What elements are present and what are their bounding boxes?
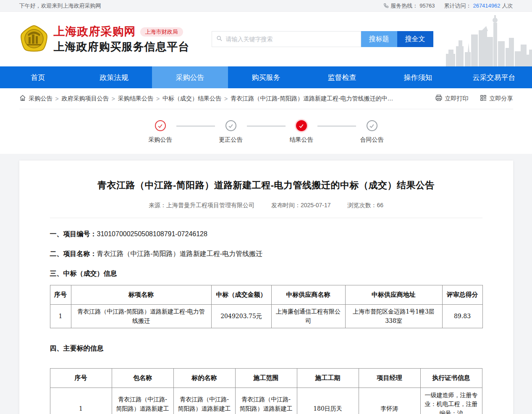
- share-label: 立即分享: [490, 95, 513, 103]
- project-name-label: 二、项目名称：: [50, 250, 97, 257]
- col-project-manager: 项目经理: [359, 369, 420, 388]
- breadcrumb-separator: >: [112, 95, 115, 102]
- phone-icon: [383, 3, 389, 9]
- project-name-value: 青衣江路（中江路-简阳路）道路新建工程-电力管线搬迁: [97, 250, 263, 257]
- views-value: 66: [377, 202, 383, 208]
- col-supplier-address: 中标供应商地址: [345, 285, 442, 305]
- cell-lot-name: 青衣江路（中江路-简阳路）道路新建工程-电力管线搬迁: [71, 305, 211, 328]
- nav-item-procurement-announcements[interactable]: 采购公告: [152, 66, 228, 88]
- print-label: 立即打印: [445, 95, 469, 103]
- step-result-announcement: 结果公告: [286, 120, 317, 144]
- top-utility-bar: 下午好，欢迎来到上海政府采购网 服务热线： 95763 累计访问： 267414…: [0, 0, 532, 12]
- cell-seq: 1: [50, 305, 71, 328]
- authority-badge: 上海市财政局: [140, 27, 183, 37]
- col-construction-scope: 施工范围: [235, 369, 297, 388]
- hotline-label: 服务热线：: [390, 2, 418, 10]
- cell-certificate-info: 一级建造师，注册专业：机电工程，注册编号：沪1412019202002742: [420, 388, 482, 414]
- cell-construction-scope: 青衣江路（中江路-简阳路）道路新建工程-电力管线搬迁: [235, 388, 297, 414]
- nav-item-home[interactable]: 首页: [0, 66, 76, 88]
- cell-seq: 1: [50, 388, 112, 414]
- award-info-heading: 三、中标（成交）信息: [50, 269, 482, 278]
- announcement-card: 青衣江路（中江路-简阳路）道路新建工程-电力管线搬迁的中标（成交）结果公告 来源…: [19, 161, 513, 414]
- visits-count-link[interactable]: 267414962: [473, 3, 500, 9]
- visits-unit: 人次: [502, 2, 513, 10]
- award-result-table: 序号 标项名称 中标（成交金额） 中标供应商名称 中标供应商地址 评审总得分 1…: [50, 285, 483, 328]
- nav-item-supervision[interactable]: 监督检查: [304, 66, 380, 88]
- search-input[interactable]: [226, 36, 356, 42]
- breadcrumb-separator: >: [156, 95, 160, 102]
- cell-supplier-address: 上海市普陀区金迈路1号1幢3层338室: [345, 305, 442, 328]
- step-connector: [317, 126, 356, 127]
- breadcrumb-bar: 采购公告 > 政府采购项目公告 > 采购结果公告 > 中标（成交）结果公告 > …: [0, 88, 532, 109]
- share-button[interactable]: 立即分享: [480, 94, 513, 103]
- article-meta: 来源：上海普曼升工程项目管理有限公司 发布时间：2025-07-17 浏览次数：…: [19, 202, 513, 209]
- publish-date-value: 2025-07-17: [301, 202, 331, 208]
- site-header: 上海政府采购网 上海市财政局 上海政府购买服务信息平台 搜标题 搜全文: [0, 12, 532, 66]
- col-lot-name: 标项名称: [71, 285, 211, 305]
- source-label: 来源：: [149, 202, 166, 208]
- main-subject-table: 序号 包名称 标的名称 施工范围 施工工期 项目经理 执行证书信息 1 青衣江路…: [50, 368, 482, 414]
- col-seq: 序号: [50, 285, 71, 305]
- publish-date-label: 发布时间：: [271, 202, 301, 208]
- step-correction-announcement: 更正公告: [215, 120, 247, 144]
- breadcrumb-separator: >: [224, 95, 228, 102]
- col-seq: 序号: [50, 369, 112, 388]
- cell-award-amount: 2049203.75元: [211, 305, 271, 328]
- check-circle-icon: [225, 120, 236, 131]
- col-package-name: 包名称: [112, 369, 173, 388]
- search-area: 搜标题 搜全文: [212, 31, 433, 47]
- visits-label: 累计访问：: [444, 2, 471, 10]
- site-subtitle: 上海政府购买服务信息平台: [54, 40, 190, 54]
- project-number-row: 一、项目编号：310107000250508108791-07246128: [50, 230, 482, 239]
- breadcrumb-item-1[interactable]: 采购公告: [29, 95, 52, 103]
- print-button[interactable]: 立即打印: [435, 94, 469, 103]
- col-construction-period: 施工工期: [297, 369, 359, 388]
- cell-review-score: 89.83: [442, 305, 482, 328]
- step-connector: [247, 126, 286, 127]
- main-navigation: 首页 政策法规 采购公告 购买服务 监督检查 操作须知 云采交易平台: [0, 66, 532, 88]
- project-name-row: 二、项目名称：青衣江路（中江路-简阳路）道路新建工程-电力管线搬迁: [50, 250, 482, 258]
- check-circle-icon: [155, 120, 166, 131]
- logo-emblem-icon: [19, 24, 49, 54]
- check-circle-icon: [367, 120, 377, 131]
- col-supplier-name: 中标供应商名称: [271, 285, 345, 305]
- table-row: 1 青衣江路（中江路-简阳路）道路新建工程-电力管线搬迁 2049203.75元…: [50, 305, 482, 328]
- main-content-area: 青衣江路（中江路-简阳路）道路新建工程-电力管线搬迁的中标（成交）结果公告 来源…: [0, 154, 532, 414]
- table-header-row: 序号 标项名称 中标（成交金额） 中标供应商名称 中标供应商地址 评审总得分: [50, 285, 482, 305]
- printer-icon: [435, 94, 443, 103]
- nav-item-policies[interactable]: 政策法规: [76, 66, 152, 88]
- nav-item-cloud-trading[interactable]: 云采交易平台: [456, 66, 532, 88]
- breadcrumb-item-2[interactable]: 政府采购项目公告: [62, 95, 109, 103]
- cell-project-manager: 李怀涛: [359, 388, 420, 414]
- search-title-button[interactable]: 搜标题: [361, 31, 397, 47]
- source-value: 上海普曼升工程项目管理有限公司: [166, 202, 254, 208]
- step-procurement-announcement: 采购公告: [144, 120, 176, 144]
- breadcrumb-item-current: 青衣江路（中江路-简阳路）道路新建工程-电力管线搬迁的中…: [231, 95, 393, 103]
- breadcrumb-item-3[interactable]: 采购结果公告: [118, 95, 153, 103]
- page-title: 青衣江路（中江路-简阳路）道路新建工程-电力管线搬迁的中标（成交）结果公告: [19, 179, 513, 192]
- table-row: 1 青衣江路（中江路-简阳路）道路新建工程-电力管线搬迁 青衣江路（中江路-简阳…: [50, 388, 482, 414]
- col-review-score: 评审总得分: [442, 285, 482, 305]
- col-award-amount: 中标（成交金额）: [211, 285, 271, 305]
- breadcrumb-separator: >: [55, 95, 59, 102]
- step-connector: [176, 126, 215, 127]
- nav-item-instructions[interactable]: 操作须知: [380, 66, 456, 88]
- nav-item-purchase-services[interactable]: 购买服务: [228, 66, 304, 88]
- hotline-number: 95763: [419, 3, 435, 9]
- cell-subject-name: 青衣江路（中江路-简阳路）道路新建工程-电力管线搬迁: [173, 388, 235, 414]
- subject-info-heading: 四、主要标的信息: [50, 344, 482, 353]
- table-header-row: 序号 包名称 标的名称 施工范围 施工工期 项目经理 执行证书信息: [50, 369, 482, 388]
- breadcrumb-item-4[interactable]: 中标（成交）结果公告: [162, 95, 221, 103]
- divider: [50, 218, 482, 218]
- col-certificate-info: 执行证书信息: [420, 369, 482, 388]
- search-icon: [216, 35, 223, 43]
- cell-supplier-name: 上海廉创通信工程有限公司: [271, 305, 345, 328]
- home-icon[interactable]: [19, 95, 26, 103]
- site-title: 上海政府采购网: [54, 25, 136, 39]
- qr-code-icon: [480, 94, 487, 103]
- breadcrumb: 采购公告 > 政府采购项目公告 > 采购结果公告 > 中标（成交）结果公告 > …: [19, 95, 393, 103]
- site-logo-area: 上海政府采购网 上海市财政局 上海政府购买服务信息平台: [19, 24, 190, 54]
- project-number-label: 一、项目编号：: [50, 230, 97, 237]
- project-number-value: 310107000250508108791-07246128: [97, 230, 207, 237]
- search-fulltext-button[interactable]: 搜全文: [397, 31, 433, 47]
